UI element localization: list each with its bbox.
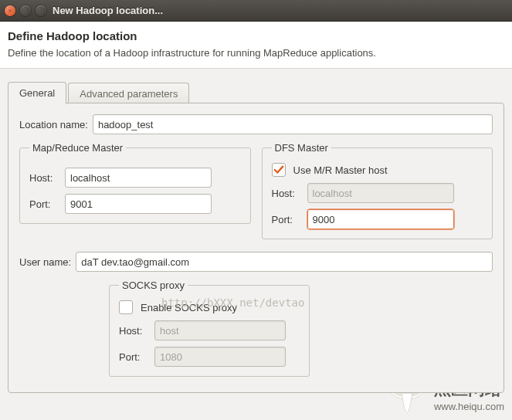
mapreduce-master-group: Map/Reduce Master Host: Port: [19,142,251,224]
user-name-label: User name: [19,256,71,268]
dfs-host-input [307,183,454,203]
socks-proxy-legend: SOCKS proxy [119,279,188,291]
tab-advanced[interactable]: Advanced parameters [68,83,189,104]
mr-host-input[interactable] [65,168,212,188]
location-name-label: Location name: [19,119,88,130]
maximize-icon[interactable] [36,5,46,16]
socks-host-input [154,320,286,340]
dfs-port-input[interactable] [307,209,454,229]
dialog-header: Define Hadoop location Define the locati… [0,22,512,69]
user-name-input[interactable] [76,252,493,272]
mr-port-label: Port: [29,198,60,210]
dfs-master-group: DFS Master Use M/R Master host Host: [262,142,493,239]
check-icon [273,164,284,175]
watermark-site-url: www.heiqu.com [434,401,504,412]
dfs-master-legend: DFS Master [272,142,331,154]
mr-port-input[interactable] [65,194,212,214]
socks-proxy-group: SOCKS proxy Enable SOCKS proxy Host: Por… [109,279,310,377]
socks-port-label: Port: [119,351,150,363]
mapreduce-master-legend: Map/Reduce Master [29,142,126,154]
titlebar: × New Hadoop location... [0,0,512,22]
content-area: General Advanced parameters http://bXXX.… [0,69,512,401]
dfs-host-label: Host: [272,188,303,199]
page-title: Define Hadoop location [8,29,504,42]
socks-host-label: Host: [119,325,150,337]
tabs: General Advanced parameters [8,81,504,103]
dfs-port-label: Port: [272,214,303,225]
tabpanel-general: http://bXXX.net/devtao Location name: Ma… [8,103,504,393]
tab-general[interactable]: General [8,82,66,104]
enable-socks-checkbox[interactable] [119,300,133,314]
window-controls: × [5,5,46,16]
location-name-input[interactable] [93,114,493,134]
use-mr-host-label: Use M/R Master host [293,164,388,176]
close-icon[interactable]: × [5,5,15,16]
window-title: New Hadoop location... [53,5,163,16]
use-mr-host-checkbox[interactable] [272,163,286,177]
socks-port-input [154,347,286,367]
minimize-icon[interactable] [20,5,31,16]
enable-socks-label: Enable SOCKS proxy [141,302,237,313]
mr-host-label: Host: [29,172,60,184]
page-subtitle: Define the location of a Hadoop infrastr… [8,47,504,59]
